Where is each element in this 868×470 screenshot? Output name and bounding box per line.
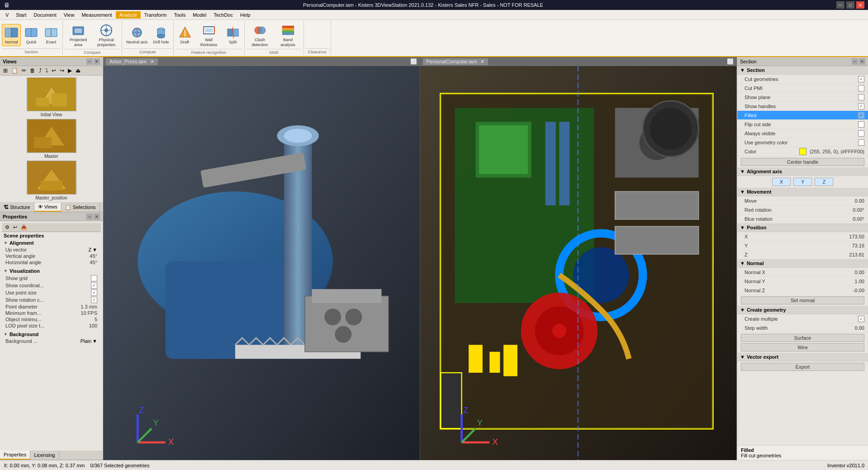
wire-button[interactable]: Wire bbox=[741, 343, 864, 351]
export-button[interactable]: Export bbox=[741, 363, 864, 371]
close-button[interactable]: ✕ bbox=[856, 1, 864, 9]
props-toolbar-1[interactable]: ⚙ bbox=[4, 224, 11, 231]
toolbar-btn-draft[interactable]: Draft bbox=[175, 24, 194, 46]
sp-filled[interactable]: Filled bbox=[737, 111, 868, 120]
maximize-button[interactable]: □ bbox=[846, 1, 854, 9]
color-swatch[interactable] bbox=[799, 148, 806, 155]
views-toolbar-btn-6[interactable]: ⤵ bbox=[44, 67, 49, 74]
menu-help[interactable]: Help bbox=[237, 11, 254, 19]
right-viewport[interactable]: PersonalComputer.iam ✕ ⬜ bbox=[420, 57, 737, 460]
sp-position-header[interactable]: ▼ Position bbox=[737, 223, 868, 232]
show-rotation-checkbox[interactable] bbox=[91, 297, 97, 303]
menu-analyze[interactable]: Analyze bbox=[116, 11, 141, 19]
menu-start[interactable]: Start bbox=[12, 11, 30, 19]
toolbar-btn-neutral-axis[interactable]: Neutral axis bbox=[124, 24, 150, 46]
views-toolbar-btn-2[interactable]: 📋 bbox=[10, 67, 19, 74]
tab-views[interactable]: 👁 Views bbox=[34, 203, 62, 212]
views-toolbar-btn-1[interactable]: ⊞ bbox=[2, 67, 9, 74]
right-vp-maximize-btn[interactable]: ⬜ bbox=[727, 58, 734, 65]
view-thumbnail-master[interactable] bbox=[27, 119, 76, 153]
view-item-master[interactable]: Master bbox=[2, 119, 101, 159]
props-toolbar-2[interactable]: ↩ bbox=[12, 224, 19, 231]
left-vp-close[interactable]: ✕ bbox=[150, 59, 154, 65]
scene-properties-header[interactable]: Scene properties bbox=[2, 232, 101, 239]
right-vp-close[interactable]: ✕ bbox=[480, 59, 484, 65]
toolbar-btn-clash-detection[interactable]: Clash detection bbox=[247, 22, 274, 49]
left-vp-scene[interactable]: Z X Y bbox=[103, 66, 420, 460]
views-toolbar-btn-10[interactable]: ⏏ bbox=[74, 67, 82, 74]
sp-vector-export-header[interactable]: ▼ Vector export bbox=[737, 353, 868, 361]
tab-licensing[interactable]: Licensing bbox=[30, 451, 59, 460]
left-vp-tab[interactable]: Arbor_Press.iam ✕ bbox=[106, 58, 158, 65]
alignment-group-header[interactable]: ▼ Alignment bbox=[2, 239, 101, 247]
views-toolbar-btn-7[interactable]: ↩ bbox=[50, 67, 57, 74]
view-thumbnail-master-position[interactable] bbox=[27, 161, 76, 195]
tab-properties[interactable]: Properties bbox=[0, 451, 30, 460]
toolbar-btn-quick[interactable]: Quick bbox=[22, 24, 41, 46]
axis-y-button[interactable]: Y bbox=[793, 178, 812, 186]
visualization-group-header[interactable]: ▼ Visualization bbox=[2, 267, 101, 275]
menu-document[interactable]: Document bbox=[30, 11, 60, 19]
right-vp-tab[interactable]: PersonalComputer.iam ✕ bbox=[423, 58, 489, 65]
toolbar-btn-band-analysis[interactable]: Band analysis bbox=[275, 22, 302, 49]
background-group-header[interactable]: ▼ Background bbox=[2, 331, 101, 338]
show-grid-checkbox[interactable] bbox=[91, 275, 97, 281]
use-geometry-color-checkbox[interactable] bbox=[858, 139, 864, 146]
cut-geometries-checkbox[interactable] bbox=[858, 76, 864, 82]
center-handle-button[interactable]: Center handle bbox=[741, 158, 864, 166]
views-toolbar-btn-3[interactable]: ✏ bbox=[20, 67, 28, 74]
sp-movement-header[interactable]: ▼ Movement bbox=[737, 188, 868, 196]
menu-tools[interactable]: Tools bbox=[171, 11, 190, 19]
tab-selections[interactable]: 📋 Selections bbox=[62, 203, 100, 212]
background-mode-select[interactable]: Plain ▼ bbox=[81, 338, 97, 344]
props-toolbar-3[interactable]: 📤 bbox=[19, 224, 28, 231]
up-vector-select[interactable]: Z ▼ bbox=[88, 247, 97, 252]
left-vp-maximize-btn[interactable]: ⬜ bbox=[410, 58, 417, 65]
views-toolbar-btn-4[interactable]: 🗑 bbox=[28, 67, 37, 74]
toolbar-btn-projected-area[interactable]: Projected area bbox=[65, 22, 92, 49]
props-panel-minus[interactable]: ─ bbox=[86, 214, 93, 220]
toolbar-btn-exact[interactable]: Exact bbox=[42, 24, 61, 46]
toolbar-btn-physical-properties[interactable]: Physical properties bbox=[93, 22, 120, 49]
view-item-master-position[interactable]: Master_position bbox=[2, 161, 101, 200]
menu-v[interactable]: V bbox=[2, 11, 12, 19]
create-multiple-checkbox[interactable] bbox=[858, 316, 864, 322]
cut-pmi-checkbox[interactable] bbox=[858, 85, 864, 91]
sp-create-geometry-header[interactable]: ▼ Create geometry bbox=[737, 306, 868, 314]
view-item-initial[interactable]: Initial View bbox=[2, 77, 101, 117]
show-coord-checkbox[interactable] bbox=[91, 282, 97, 289]
menu-transform[interactable]: Transform bbox=[141, 11, 171, 19]
views-toolbar-btn-9[interactable]: ▶ bbox=[66, 67, 73, 74]
always-visible-checkbox[interactable] bbox=[858, 130, 864, 137]
surface-button[interactable]: Surface bbox=[741, 334, 864, 342]
views-toolbar-btn-5[interactable]: ⤴ bbox=[38, 67, 43, 74]
sp-section-header[interactable]: ▼ Section bbox=[737, 66, 868, 75]
axis-x-button[interactable]: X bbox=[772, 178, 791, 186]
view-thumbnail-initial[interactable] bbox=[27, 77, 76, 111]
menu-model[interactable]: Model bbox=[189, 11, 210, 19]
right-vp-scene[interactable]: Z X Y bbox=[420, 66, 737, 460]
left-viewport[interactable]: Arbor_Press.iam ✕ ⬜ bbox=[103, 57, 420, 460]
filled-checkbox[interactable] bbox=[858, 112, 864, 119]
show-handles-checkbox[interactable] bbox=[858, 103, 864, 109]
toolbar-btn-split[interactable]: Split bbox=[223, 24, 242, 46]
menu-view[interactable]: View bbox=[60, 11, 78, 19]
tab-structure[interactable]: 🏗 Structure bbox=[0, 203, 34, 212]
views-toolbar-btn-8[interactable]: ↪ bbox=[58, 67, 66, 74]
sp-normal-header[interactable]: ▼ Normal bbox=[737, 259, 868, 268]
toolbar-btn-normal[interactable]: Normal bbox=[2, 24, 21, 46]
set-normal-button[interactable]: Set normal bbox=[741, 296, 864, 304]
views-panel-close[interactable]: ✕ bbox=[94, 58, 100, 65]
axis-z-button[interactable]: Z bbox=[815, 178, 833, 186]
props-panel-close[interactable]: ✕ bbox=[94, 214, 100, 220]
section-panel-minus[interactable]: ─ bbox=[852, 58, 858, 65]
menu-measurement[interactable]: Measurement bbox=[78, 11, 115, 19]
toolbar-btn-wall-thickness[interactable]: Wall thickness bbox=[195, 22, 223, 49]
minimize-button[interactable]: ─ bbox=[836, 1, 844, 9]
menu-techdoc[interactable]: TechDoc bbox=[210, 11, 237, 19]
use-point-size-checkbox[interactable] bbox=[91, 290, 97, 296]
toolbar-btn-drill-hole[interactable]: Drill hole bbox=[151, 24, 171, 46]
sp-alignment-axis-header[interactable]: ▼ Alignment axis bbox=[737, 167, 868, 176]
views-panel-minus[interactable]: ─ bbox=[86, 58, 93, 65]
flip-cut-side-checkbox[interactable] bbox=[858, 121, 864, 128]
